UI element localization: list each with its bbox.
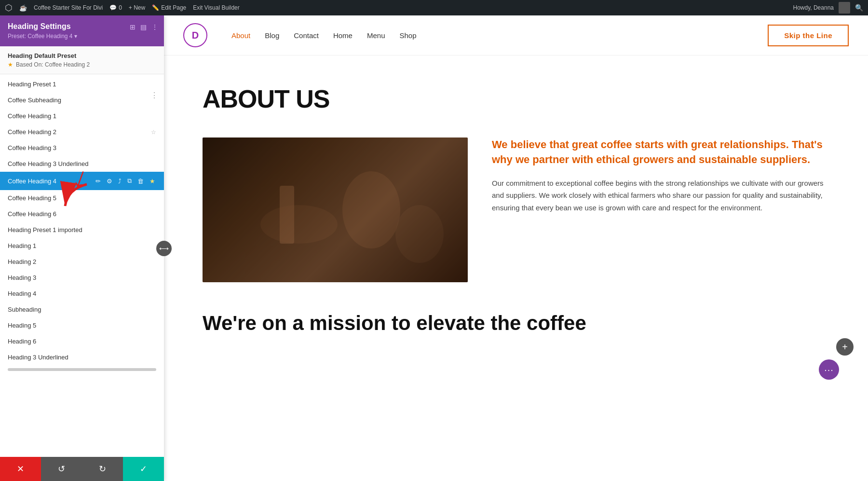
edit-preset-icon[interactable]: ✏ <box>95 177 102 186</box>
cancel-button[interactable]: ✕ <box>0 457 41 481</box>
coffee-starter-icon[interactable]: ☕ <box>19 4 27 12</box>
save-icon: ✓ <box>140 464 147 474</box>
preset-item-coffee-heading-3[interactable]: Coffee Heading 3 <box>0 140 164 156</box>
svg-point-2 <box>260 205 338 244</box>
bottom-bar: ✕ ↺ ↻ ✓ <box>0 457 164 481</box>
preset-item-subheading[interactable]: Subheading <box>0 302 164 317</box>
preset-item-coffee-heading-3-underlined[interactable]: Coffee Heading 3 Underlined <box>0 156 164 172</box>
wp-logo-icon[interactable]: ⬡ <box>5 2 13 13</box>
new-link[interactable]: + New <box>129 4 145 11</box>
redo-button[interactable]: ↻ <box>82 457 123 481</box>
preset-item-heading-1[interactable]: Heading 1 <box>0 238 164 254</box>
upload-preset-icon[interactable]: ⤴ <box>117 177 122 186</box>
more-options-icon[interactable]: ⋮ <box>151 23 158 31</box>
nav-link-menu[interactable]: Menu <box>367 31 385 40</box>
preset-item-coffee-heading-5[interactable]: Coffee Heading 5 <box>0 190 164 206</box>
undo-icon: ↺ <box>58 464 65 474</box>
presets-list[interactable]: Heading Preset 1 Coffee Subheading Coffe… <box>0 74 164 457</box>
star-icon: ★ <box>8 61 13 68</box>
default-preset-based: ★ Based On: Coffee Heading 2 <box>8 61 156 68</box>
settings-preset-icon[interactable]: ⚙ <box>106 177 113 186</box>
site-preview: D About Blog Contact Home Menu Shop Skip… <box>164 15 868 481</box>
panel-toggle-arrow[interactable]: ⟷ <box>156 241 172 256</box>
search-icon[interactable]: 🔍 <box>855 4 863 12</box>
nav-link-contact[interactable]: Contact <box>294 31 319 40</box>
svg-rect-4 <box>280 186 294 244</box>
star-icon-coffee-heading-2: ☆ <box>151 129 156 136</box>
cancel-icon: ✕ <box>17 464 24 474</box>
preset-item-heading-2[interactable]: Heading 2 <box>0 254 164 270</box>
nav-link-home[interactable]: Home <box>333 31 353 40</box>
nav-links: About Blog Contact Home Menu Shop <box>231 31 768 40</box>
scroll-handle[interactable] <box>8 368 156 371</box>
main-layout: Heading Settings Preset: Coffee Heading … <box>0 15 868 481</box>
preset-item-heading-6[interactable]: Heading 6 <box>0 333 164 349</box>
site-name-link[interactable]: Coffee Starter Site For Divi <box>34 4 103 11</box>
default-preset-label: Heading Default Preset <box>8 52 156 59</box>
preset-item-toolbar: ✏ ⚙ ⤴ ⧉ 🗑 ★ <box>95 176 156 186</box>
site-logo: D <box>183 23 207 47</box>
nav-link-blog[interactable]: Blog <box>265 31 279 40</box>
panel-header-icons: ⊞ ▤ ⋮ <box>130 23 158 31</box>
svg-point-5 <box>395 205 444 263</box>
heading-settings-panel: Heading Settings Preset: Coffee Heading … <box>0 15 164 481</box>
sidebar-body: Our commitment to exceptional coffee beg… <box>492 177 829 214</box>
sidebar-headline: We believe that great coffee starts with… <box>492 137 829 167</box>
skip-the-line-button[interactable]: Skip the Line <box>768 25 849 46</box>
preset-item-heading-5[interactable]: Heading 5 <box>0 317 164 333</box>
panel-header: Heading Settings Preset: Coffee Heading … <box>0 15 164 46</box>
nav-link-about[interactable]: About <box>231 31 250 40</box>
user-avatar <box>839 2 850 14</box>
video-container[interactable] <box>203 137 468 282</box>
expand-icon[interactable]: ⊞ <box>130 23 136 31</box>
admin-bar: ⬡ ☕ Coffee Starter Site For Divi 💬 0 + N… <box>0 0 868 15</box>
more-options-button[interactable]: ··· <box>819 359 839 380</box>
sidebar-text: We believe that great coffee starts with… <box>492 137 829 214</box>
preset-item-heading-preset-1-imported[interactable]: Heading Preset 1 imported <box>0 222 164 238</box>
comment-icon: 💬 <box>109 4 117 11</box>
about-heading: ABOUT US <box>203 84 829 113</box>
save-button[interactable]: ✓ <box>123 457 164 481</box>
default-preset-section: Heading Default Preset ★ Based On: Coffe… <box>0 46 164 74</box>
svg-point-3 <box>342 171 400 248</box>
panel-preset-dropdown[interactable]: Preset: Coffee Heading 4 ▾ <box>8 33 156 40</box>
site-nav: D About Blog Contact Home Menu Shop Skip… <box>164 15 868 55</box>
preset-item-coffee-subheading[interactable]: Coffee Subheading <box>0 92 164 108</box>
comment-bubble[interactable]: 💬 0 <box>109 4 122 11</box>
edit-page-link[interactable]: ✏️ Edit Page <box>152 4 186 11</box>
delete-preset-icon[interactable]: 🗑 <box>136 177 145 186</box>
preset-item-coffee-heading-1[interactable]: Coffee Heading 1 <box>0 108 164 124</box>
howdy-text: Howdy, Deanna <box>793 4 834 11</box>
page-content: ABOUT US <box>164 55 868 355</box>
main-content-row: We believe that great coffee starts with… <box>203 137 829 282</box>
comment-count: 0 <box>119 4 122 11</box>
preset-item-coffee-heading-6[interactable]: Coffee Heading 6 <box>0 206 164 222</box>
preset-item-heading-preset-1[interactable]: Heading Preset 1 <box>0 76 164 92</box>
preset-item-heading-4[interactable]: Heading 4 <box>0 286 164 302</box>
copy-preset-icon[interactable]: ⧉ <box>126 176 133 186</box>
video-background <box>203 137 468 282</box>
mission-heading: We're on a mission to elevate the coffee <box>203 311 829 335</box>
pencil-icon: ✏️ <box>152 4 159 11</box>
undo-button[interactable]: ↺ <box>41 457 82 481</box>
preset-item-coffee-heading-4[interactable]: Coffee Heading 4 ✏ ⚙ ⤴ ⧉ 🗑 ★ <box>0 172 164 190</box>
grid-icon[interactable]: ▤ <box>140 23 147 31</box>
preset-item-coffee-heading-2[interactable]: Coffee Heading 2 ☆ <box>0 124 164 140</box>
add-element-button[interactable]: + <box>836 338 854 356</box>
redo-icon: ↻ <box>99 464 106 474</box>
star-active-icon[interactable]: ★ <box>149 177 156 186</box>
preset-item-heading-3[interactable]: Heading 3 <box>0 270 164 286</box>
nav-link-shop[interactable]: Shop <box>399 31 416 40</box>
exit-builder-link[interactable]: Exit Visual Builder <box>193 4 240 11</box>
preset-item-heading-3-underlined[interactable]: Heading 3 Underlined <box>0 349 164 365</box>
